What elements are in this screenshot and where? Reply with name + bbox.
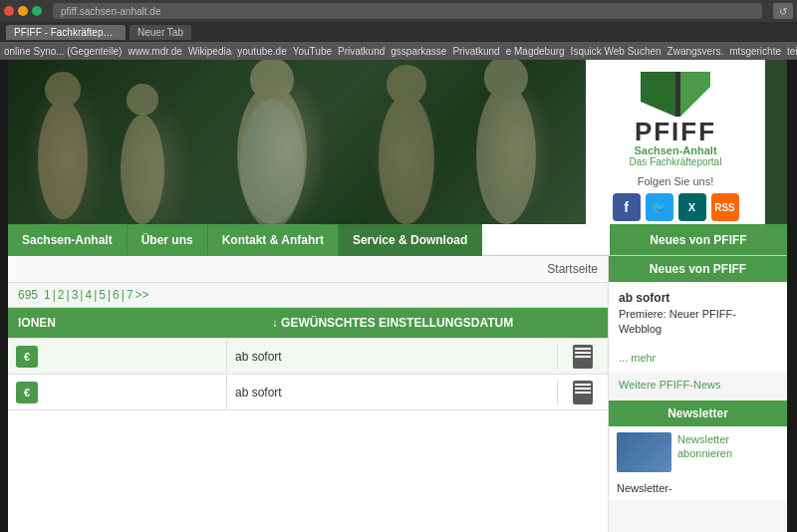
news-bold: ab sofort [619, 290, 777, 307]
bookmark-10[interactable]: Zwangsvers. [667, 46, 724, 57]
newsletter-bottom: Newsletter- [609, 478, 787, 500]
col-left-header: IONEN [8, 308, 227, 338]
sidebar-news-title: Neues von PFIFF [609, 256, 787, 282]
row-left-2: € [8, 376, 227, 409]
page-link-2[interactable]: 2 [58, 288, 65, 302]
breadcrumb: Startseite [8, 256, 608, 283]
bookmark-7[interactable]: Privatkund [452, 46, 499, 57]
bookmark-6[interactable]: gssparkasse [391, 46, 446, 57]
newsletter-content: Newsletter abonnieren [609, 426, 787, 478]
hero-image [8, 60, 586, 224]
table-row: € ab sofort [8, 375, 608, 410]
facebook-icon[interactable]: f [613, 193, 641, 221]
row-left-1: € [8, 340, 227, 374]
bookmark-9[interactable]: Isquick Web Suchen [571, 46, 662, 57]
page-link-1[interactable]: 1 [44, 288, 51, 302]
book-icon-1[interactable] [573, 345, 593, 369]
col-right-header [558, 308, 608, 338]
social-icons: f 🐦 X RSS [613, 193, 739, 221]
newsletter-section: Newsletter Newsletter abonnieren Newslet… [609, 400, 787, 500]
browser-chrome: pfiff.sachsen-anhalt.de ↺ [0, 0, 797, 22]
folgen-label: Folgen Sie uns! [638, 175, 713, 187]
twitter-icon[interactable]: 🐦 [646, 193, 673, 221]
more-link-area: ... mehr [609, 346, 787, 373]
pfiff-logo-text: PFIFF [635, 119, 716, 144]
new-tab[interactable]: Neuer Tab [130, 25, 191, 40]
page-link-3[interactable]: 3 [72, 288, 79, 302]
news-more-link[interactable]: ... mehr [619, 352, 656, 364]
col-mid-header: ↓ GEWÜNSCHTES EINSTELLUNGSDATUM [227, 308, 558, 338]
bookmark-bar: online Syno... (Gegenteile) www.mdr.de W… [0, 42, 797, 60]
nav-right-label: Neues von PFIFF [608, 224, 787, 255]
main-content: Startseite 695 1 | 2 | 3 | 4 | 5 | 6 | [8, 256, 608, 532]
page-link-4[interactable]: 4 [85, 288, 92, 302]
bookmark-11[interactable]: mtsgerichte [729, 46, 781, 57]
xing-icon[interactable]: X [678, 193, 706, 221]
newsletter-image [617, 432, 671, 472]
breadcrumb-text: Startseite [547, 262, 598, 276]
right-sidebar: Neues von PFIFF ab sofort Premiere: Neue… [608, 256, 787, 532]
row-mid-1: ab sofort [227, 344, 558, 370]
nav-ueber-uns[interactable]: Über uns [128, 224, 208, 256]
euro-icon-1: € [16, 346, 38, 368]
page-next[interactable]: >> [135, 288, 149, 302]
bookmark-12[interactable]: teilAuto - [787, 46, 797, 57]
svg-marker-13 [675, 72, 680, 117]
bookmark-2[interactable]: Wikipedia [188, 46, 231, 57]
bookmark-5[interactable]: Privatkund [338, 46, 385, 57]
bookmark-1[interactable]: www.mdr.de [128, 46, 181, 57]
content-wrapper: Startseite 695 1 | 2 | 3 | 4 | 5 | 6 | [8, 256, 787, 532]
bookmark-8[interactable]: e Magdeburg [506, 46, 565, 57]
hero: PFIFF Sachsen-Anhalt Das Fachkräfteporta… [8, 60, 787, 224]
table-row: € ab sofort [8, 339, 608, 375]
hero-logo-area: PFIFF Sachsen-Anhalt Das Fachkräfteporta… [586, 60, 765, 224]
tab-bar: PFIFF - Fachkräfteportal Neuer Tab [0, 22, 797, 42]
bookmark-4[interactable]: YouTube [293, 46, 332, 57]
svg-marker-12 [641, 72, 675, 117]
right-border [787, 60, 797, 532]
website: PFIFF Sachsen-Anhalt Das Fachkräfteporta… [8, 60, 787, 532]
bookmark-0[interactable]: online Syno... (Gegenteile) [4, 46, 122, 57]
table-header: IONEN ↓ GEWÜNSCHTES EINSTELLUNGSDATUM [8, 308, 608, 339]
newsletter-subscribe-link[interactable]: Newsletter abonnieren [677, 433, 732, 459]
row-right-1 [558, 345, 608, 369]
news-text: Premiere: Neuer PFIFF-Webblog [619, 307, 777, 338]
page-link-7[interactable]: 7 [127, 288, 133, 302]
page-link-6[interactable]: 6 [113, 288, 120, 302]
newsletter-text: Newsletter abonnieren [677, 432, 779, 461]
book-icon-2[interactable] [573, 381, 593, 404]
row-mid-2: ab sofort [227, 380, 558, 405]
nav-service-download[interactable]: Service & Download [339, 224, 482, 256]
nav-bar: Sachsen-Anhalt Über uns Kontakt & Anfahr… [8, 224, 787, 256]
nav-sachsen-anhalt[interactable]: Sachsen-Anhalt [8, 224, 128, 256]
weitere-news-link[interactable]: Weitere PFIFF-News [609, 373, 787, 397]
row-right-2 [558, 381, 608, 404]
svg-marker-11 [680, 72, 710, 117]
nav-left: Sachsen-Anhalt Über uns Kontakt & Anfahr… [8, 224, 608, 255]
newsletter-title: Newsletter [609, 400, 787, 426]
page-link-5[interactable]: 5 [99, 288, 106, 302]
nav-kontakt[interactable]: Kontakt & Anfahrt [208, 224, 339, 256]
pfiff-subtitle2: Das Fachkräfteportal [630, 156, 722, 167]
pfiff-subtitle1: Sachsen-Anhalt [634, 144, 716, 156]
news-content: ab sofort Premiere: Neuer PFIFF-Webblog [609, 282, 787, 346]
rss-icon[interactable]: RSS [711, 193, 739, 221]
pagination-bar: 695 1 | 2 | 3 | 4 | 5 | 6 | 7 >> [8, 283, 608, 308]
bookmark-3[interactable]: youtube.de [237, 46, 287, 57]
active-tab[interactable]: PFIFF - Fachkräfteportal [6, 25, 126, 40]
main-area: PFIFF Sachsen-Anhalt Das Fachkräfteporta… [0, 60, 797, 532]
euro-icon-2: € [16, 382, 38, 403]
left-border [0, 60, 8, 532]
page-count: 695 [18, 288, 38, 302]
